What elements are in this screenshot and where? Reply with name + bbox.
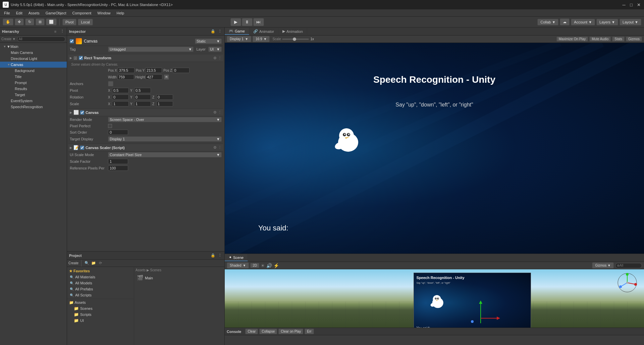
step-btn[interactable]: ⏭: [253, 18, 264, 26]
target-display-dropdown[interactable]: Display 1 ▼: [108, 136, 222, 142]
rotation-y-input[interactable]: [134, 94, 151, 100]
menu-file[interactable]: File: [1, 10, 13, 16]
scaler-more-icon[interactable]: ⋮: [218, 145, 222, 150]
hierarchy-item-background[interactable]: Background: [0, 68, 67, 74]
canvas-enabled-checkbox[interactable]: [70, 39, 74, 43]
menu-edit[interactable]: Edit: [13, 10, 25, 16]
hierarchy-menu-icon[interactable]: ⋮: [59, 29, 65, 34]
static-dropdown[interactable]: Static ▼: [195, 39, 222, 44]
tab-animator[interactable]: 🔗 Animator: [249, 28, 278, 34]
r-button[interactable]: R: [164, 74, 169, 80]
rect-more-icon[interactable]: ⋮: [218, 56, 222, 60]
2d-btn[interactable]: 2D: [250, 263, 259, 268]
hierarchy-item-target[interactable]: Target: [0, 92, 67, 98]
hand-tool-btn[interactable]: ✋: [3, 18, 13, 25]
sort-order-input[interactable]: [108, 130, 128, 135]
scenes-folder-item[interactable]: 📁 Scenes: [67, 305, 134, 312]
canvas-section-checkbox[interactable]: [80, 111, 84, 115]
hierarchy-item-canvas[interactable]: ▼Canvas: [0, 62, 67, 68]
scene-search[interactable]: [615, 263, 642, 268]
layer-dropdown[interactable]: UI ▼: [208, 47, 222, 52]
hierarchy-lock-icon[interactable]: ≡: [53, 29, 58, 34]
project-search-icon[interactable]: 🔍: [84, 261, 90, 266]
menu-assets[interactable]: Assets: [26, 10, 42, 16]
canvas-scaler-section[interactable]: ▶ 📝 Canvas Scaler (Script) ⚙ ⋮: [68, 144, 223, 151]
account-btn[interactable]: Account ▼: [571, 19, 595, 25]
project-lock-icon[interactable]: 🔒: [210, 253, 216, 258]
scale-tool-btn[interactable]: ⊞: [36, 18, 45, 25]
tag-dropdown[interactable]: Untagged ▼: [108, 47, 194, 52]
hierarchy-item-results[interactable]: Results: [0, 86, 67, 92]
pos-y-input[interactable]: [145, 68, 162, 73]
collab-btn[interactable]: Collab ▼: [537, 19, 558, 25]
pause-btn[interactable]: ⏸: [242, 18, 253, 26]
hierarchy-item-main[interactable]: ▼▼ Main: [0, 44, 67, 50]
rotation-x-input[interactable]: [112, 94, 129, 100]
all-models-item[interactable]: 🔍 All Models: [67, 280, 134, 286]
cloud-btn[interactable]: ☁: [560, 18, 570, 25]
layers-btn[interactable]: Layers ▼: [596, 19, 618, 25]
project-menu-icon[interactable]: ⋮: [217, 253, 222, 258]
shaded-dropdown[interactable]: Shaded ▼: [227, 262, 249, 269]
rect-tool-btn[interactable]: ⬜: [46, 18, 57, 25]
height-input[interactable]: [146, 74, 162, 80]
ref-pixels-input[interactable]: [108, 165, 128, 171]
display-dropdown[interactable]: Display 1 ▼: [227, 36, 251, 42]
project-refresh-icon[interactable]: ⟳: [98, 261, 103, 266]
minimize-btn[interactable]: ─: [621, 2, 627, 7]
hierarchy-item-directional-light[interactable]: Directional Light: [0, 56, 67, 62]
anchors-icon[interactable]: [108, 81, 113, 86]
scale-z-input[interactable]: [156, 101, 173, 107]
hierarchy-item-prompt[interactable]: Prompt: [0, 80, 67, 86]
title-controls[interactable]: ─ □ ✕: [621, 2, 641, 7]
gizmos-btn[interactable]: Gizmos: [626, 37, 642, 42]
scale-y-input[interactable]: [134, 101, 151, 107]
canvas-settings-icon[interactable]: ⚙: [213, 110, 217, 115]
tab-scene[interactable]: ✦ Scene: [225, 254, 248, 261]
create-label[interactable]: Create ▼: [1, 37, 16, 41]
fx-icon[interactable]: ⚡: [273, 263, 279, 268]
pixel-perfect-checkbox[interactable]: [108, 124, 112, 128]
canvas-section[interactable]: ▶ ⬜ Canvas ⚙ ⋮: [68, 109, 223, 116]
pivot-y-input[interactable]: [134, 88, 151, 93]
menu-component[interactable]: Component: [69, 10, 94, 16]
tab-game[interactable]: 🎮 Game: [225, 28, 249, 35]
hierarchy-search[interactable]: [17, 37, 65, 42]
scripts-folder-item[interactable]: 📁 Scripts: [67, 312, 134, 318]
menu-window[interactable]: Window: [95, 10, 113, 16]
local-btn[interactable]: Local: [78, 19, 93, 25]
rect-transform-section[interactable]: ▶ ⊞ Rect Transform ⚙ ⋮: [68, 54, 223, 62]
hierarchy-item-main-camera[interactable]: Main Camera: [0, 50, 67, 56]
rotate-tool-btn[interactable]: ↻: [25, 18, 34, 25]
scale-x-input[interactable]: [112, 101, 129, 107]
hierarchy-item-eventsystem[interactable]: EventSystem: [0, 98, 67, 104]
lighting-icon[interactable]: ☀: [261, 263, 265, 268]
scale-slider[interactable]: [282, 39, 309, 40]
ui-scale-dropdown[interactable]: Constant Pixel Size ▼: [108, 152, 222, 157]
scale-factor-input[interactable]: [108, 159, 128, 164]
stats-btn[interactable]: Stats: [612, 37, 625, 42]
scale-thumb[interactable]: [293, 38, 296, 41]
create-dropdown[interactable]: Create: [68, 261, 78, 265]
play-btn[interactable]: ▶: [230, 18, 241, 26]
gizmos-scene-dropdown[interactable]: Gizmos ▼: [592, 262, 614, 269]
scaler-settings-icon[interactable]: ⚙: [213, 145, 217, 150]
rect-settings-icon[interactable]: ⚙: [213, 56, 217, 60]
all-prefabs-item[interactable]: 🔍 All Prefabs: [67, 286, 134, 292]
rect-transform-checkbox[interactable]: [79, 56, 83, 60]
move-tool-btn[interactable]: ✥: [15, 18, 24, 25]
close-btn[interactable]: ✕: [636, 2, 641, 7]
width-input[interactable]: [117, 74, 134, 80]
error-pause-btn[interactable]: Err: [305, 329, 314, 334]
aspect-dropdown[interactable]: 16:9 ▼: [253, 36, 270, 42]
clear-on-play-btn[interactable]: Clear on Play: [278, 329, 303, 334]
project-folder-icon[interactable]: 📁: [91, 261, 96, 266]
inspector-menu-icon[interactable]: ⋮: [217, 29, 222, 34]
hierarchy-item-speechrecognition[interactable]: SpeechRecognition: [0, 104, 67, 110]
layout-btn[interactable]: Layout ▼: [620, 19, 641, 25]
menu-help[interactable]: Help: [114, 10, 127, 16]
canvas-more-icon[interactable]: ⋮: [218, 110, 222, 115]
clear-btn[interactable]: Clear: [245, 329, 258, 334]
maximize-btn[interactable]: □: [629, 2, 634, 7]
pivot-x-input[interactable]: [112, 88, 129, 93]
